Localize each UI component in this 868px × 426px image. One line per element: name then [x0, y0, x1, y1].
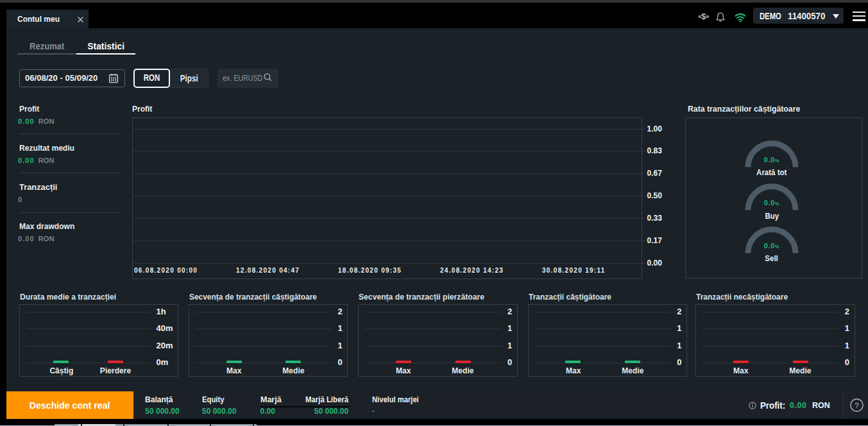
- svg-text:?: ?: [855, 402, 858, 409]
